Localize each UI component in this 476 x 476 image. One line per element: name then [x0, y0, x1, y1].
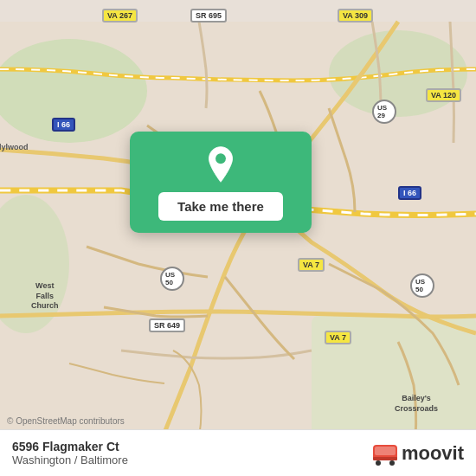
address-line: 6596 Flagmaker Ct [12, 440, 128, 453]
svg-point-9 [389, 460, 395, 466]
svg-point-8 [376, 460, 381, 466]
badge-sr695: SR 695 [190, 9, 227, 23]
take-me-there-button[interactable]: Take me there [158, 192, 283, 221]
badge-i66-b: I 66 [398, 186, 421, 200]
svg-point-2 [329, 30, 467, 117]
badge-va309: VA 309 [338, 9, 373, 23]
map-container: VA 267 SR 695 VA 309 I 66 VA 7 VA 120 US… [0, 0, 476, 476]
badge-us50-b: US 50 [410, 273, 434, 298]
address-block: 6596 Flagmaker Ct Washington / Baltimore [12, 440, 128, 466]
label-baileys-crossroads: Bailey'sCrossroads [395, 394, 438, 414]
badge-sr649: SR 649 [149, 318, 185, 332]
svg-point-5 [215, 153, 226, 164]
moovit-logo: moovit [371, 440, 464, 467]
badge-va7-b: VA 7 [298, 258, 325, 272]
badge-va120: VA 120 [426, 88, 461, 102]
badge-us50-a: US 50 [160, 267, 184, 291]
badge-i66-a: I 66 [52, 118, 75, 132]
label-dylwood: dylwood [0, 143, 29, 151]
popup-card: Take me there [130, 132, 312, 233]
svg-rect-0 [0, 22, 476, 454]
badge-va267: VA 267 [102, 9, 138, 23]
moovit-icon [371, 440, 399, 467]
moovit-text: moovit [402, 442, 464, 465]
label-west-falls-church: WestFallsChurch [31, 281, 59, 312]
svg-rect-10 [373, 457, 397, 460]
location-pin-icon [202, 145, 240, 183]
svg-point-3 [0, 195, 69, 333]
osm-credit: © OpenStreetMap contributors [7, 416, 125, 426]
city-line: Washington / Baltimore [12, 453, 128, 466]
badge-va7-c: VA 7 [325, 331, 351, 344]
badge-us29: US 29 [372, 100, 396, 124]
svg-rect-7 [375, 447, 396, 455]
bottom-bar: 6596 Flagmaker Ct Washington / Baltimore… [0, 429, 476, 476]
